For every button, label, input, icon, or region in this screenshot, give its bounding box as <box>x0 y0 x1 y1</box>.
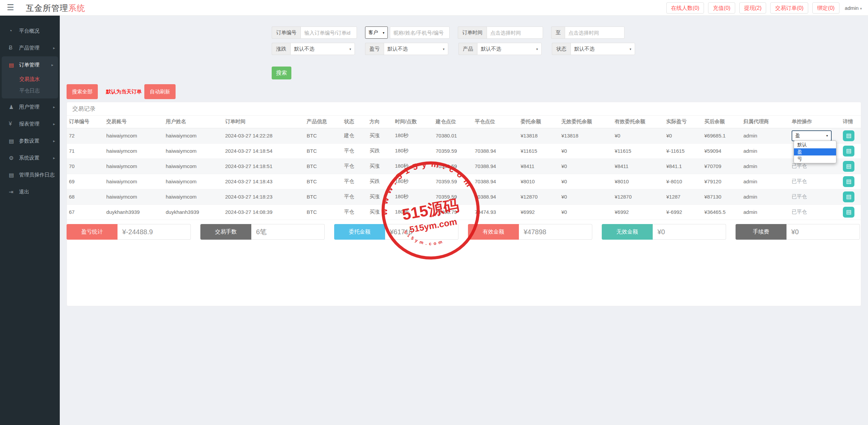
table-row: 70haiwaiymcomhaiwaiymcom2024-03-27 14:18… <box>67 159 861 174</box>
column-header: 订单时间 <box>223 116 305 128</box>
cell-duration: 180秒 <box>393 143 434 159</box>
summary-value[interactable]: 6笔 <box>251 224 325 240</box>
column-header: 时间/点数 <box>393 116 434 128</box>
summary-value[interactable]: ¥-24488.9 <box>117 224 191 240</box>
cell-status: 平仓 <box>342 174 367 189</box>
cell-after-balance: ¥87130 <box>702 189 741 204</box>
nav-stat-button[interactable]: 交易订单(0) <box>770 2 808 14</box>
chevron-right-icon: ▸ <box>53 156 55 160</box>
cell-status: 平仓 <box>342 189 367 204</box>
nav-stat-button[interactable]: 在线人数(0) <box>666 2 704 14</box>
nav-stat-button[interactable]: 充值(0) <box>708 2 735 14</box>
cell-direction: 买跌 <box>367 143 393 159</box>
cell-entrust-balance: ¥8010 <box>519 174 559 189</box>
detail-button[interactable]: ▤ <box>843 130 854 141</box>
cell-valid-entrust: ¥11615 <box>613 143 664 159</box>
summary-value[interactable]: ¥47898 <box>519 224 592 240</box>
search-all-button[interactable]: 搜索全部 <box>67 84 98 99</box>
sidebar-subitem[interactable]: 平仓日志 <box>2 85 58 96</box>
customer-type-value: 客户 <box>368 30 378 36</box>
sidebar-item-label: 退出 <box>19 189 55 195</box>
cell-duration: 180秒 <box>393 174 434 189</box>
filter-select[interactable]: 默认不选▾ <box>571 43 635 55</box>
cell-single-control: 已平仓 <box>790 189 841 204</box>
cell-detail: ▤ <box>841 189 861 204</box>
column-header: 委托余额 <box>519 116 559 128</box>
sidebar-item-product[interactable]: Ƀ产品管理▸ <box>0 39 60 56</box>
nav-stat-button[interactable]: 提现(2) <box>739 2 766 14</box>
sidebar-item-admin-log[interactable]: ▤管理员操作日志 <box>0 166 60 183</box>
cell-order-time: 2024-03-27 14:22:28 <box>223 128 305 143</box>
sidebar-item-report[interactable]: ¥报表管理▸ <box>0 115 60 132</box>
cell-valid-entrust: ¥12870 <box>613 189 664 204</box>
chevron-right-icon: ▸ <box>53 105 55 109</box>
sidebar-item-params[interactable]: ▤参数设置▸ <box>0 132 60 149</box>
summary-group: 交易手数6笔 <box>200 224 325 240</box>
order-no-input[interactable] <box>301 26 357 39</box>
orders-icon: ▤ <box>9 62 19 68</box>
sidebar-item-users[interactable]: ♟用户管理▸ <box>0 98 60 115</box>
filter-select-value: 默认不选 <box>294 46 314 52</box>
search-button[interactable]: 搜索 <box>272 67 291 79</box>
cell-agent: admin <box>741 143 790 159</box>
column-header: 无效委托余额 <box>559 116 613 128</box>
summary-value[interactable]: ¥0 <box>786 224 860 240</box>
filter-select[interactable]: 默认不选▾ <box>384 43 448 55</box>
hamburger-menu-icon[interactable]: ☰ <box>7 3 14 12</box>
sidebar-item-label: 平台概况 <box>19 28 55 34</box>
cell-invalid-entrust: ¥0 <box>559 204 613 220</box>
dropdown-option[interactable]: 默认 <box>794 141 836 148</box>
cell-single-control: 已平仓 <box>790 204 841 220</box>
detail-list-icon: ▤ <box>846 146 851 156</box>
users-icon: ♟ <box>9 104 19 110</box>
detail-button[interactable]: ▤ <box>843 161 854 172</box>
cell-account: haiwaiymcom <box>104 143 164 159</box>
detail-button[interactable]: ▤ <box>843 146 854 156</box>
dropdown-option[interactable]: 亏 <box>794 155 836 163</box>
panel-title: 交易记录 <box>67 102 861 116</box>
cell-detail: ▤ <box>841 128 861 143</box>
customer-input[interactable] <box>390 26 450 39</box>
summary-value[interactable]: ¥61716 <box>385 224 458 240</box>
summary-group: 委托金额¥61716 <box>334 224 458 240</box>
cell-entrust-balance: ¥6992 <box>519 204 559 220</box>
cell-order-id: 68 <box>67 189 104 204</box>
detail-button[interactable]: ▤ <box>843 176 854 187</box>
cell-invalid-entrust: ¥0 <box>559 159 613 174</box>
nav-stat-button[interactable]: 绑定(0) <box>812 2 839 14</box>
cell-direction: 买涨 <box>367 159 393 174</box>
closed-status-text: 已平仓 <box>792 193 807 199</box>
chevron-right-icon: ▸ <box>53 139 55 143</box>
time-from-input[interactable] <box>487 26 543 39</box>
single-control-select[interactable]: 盈▾ <box>792 130 832 141</box>
auto-refresh-button[interactable]: 自动刷新 <box>144 84 176 99</box>
report-icon: ¥ <box>9 121 19 127</box>
sidebar-subitem[interactable]: 交易流水 <box>2 73 58 85</box>
detail-button[interactable]: ▤ <box>843 191 854 202</box>
sidebar-item-logout[interactable]: ⇥退出 <box>0 183 60 200</box>
time-to-input[interactable] <box>565 26 625 39</box>
chevron-right-icon: ▸ <box>53 122 55 126</box>
cell-agent: admin <box>741 128 790 143</box>
user-menu[interactable]: admin▾ <box>844 5 863 11</box>
summary-value[interactable]: ¥0 <box>653 224 726 240</box>
customer-type-select[interactable]: 客户▾ <box>365 26 388 39</box>
dropdown-option[interactable]: 盈 <box>794 148 836 155</box>
detail-button[interactable]: ▤ <box>843 207 854 218</box>
cell-valid-entrust: ¥8010 <box>613 174 664 189</box>
cell-direction: 买涨 <box>367 204 393 220</box>
filter-select[interactable]: 默认不选▾ <box>290 43 355 55</box>
dashboard-icon: ◔ <box>9 28 19 34</box>
detail-list-icon: ▤ <box>846 176 851 187</box>
sidebar-item-dashboard[interactable]: ◔平台概况 <box>0 22 60 39</box>
sidebar-item-orders[interactable]: ▤订单管理▸ <box>2 56 58 73</box>
filter-select[interactable]: 默认不选▾ <box>477 43 542 55</box>
cell-open-point: 70359.59 <box>434 143 473 159</box>
order-time-label: 订单时间 <box>458 26 487 39</box>
sidebar-item-system[interactable]: ⚙系统设置▸ <box>0 149 60 166</box>
cell-user-name: haiwaiymcom <box>164 174 223 189</box>
column-header: 订单编号 <box>67 116 104 128</box>
cell-valid-entrust: ¥6992 <box>613 204 664 220</box>
sidebar: ◔平台概况Ƀ产品管理▸▤订单管理▸交易流水平仓日志♟用户管理▸¥报表管理▸▤参数… <box>0 16 60 425</box>
cell-open-point: 70359.59 <box>434 174 473 189</box>
